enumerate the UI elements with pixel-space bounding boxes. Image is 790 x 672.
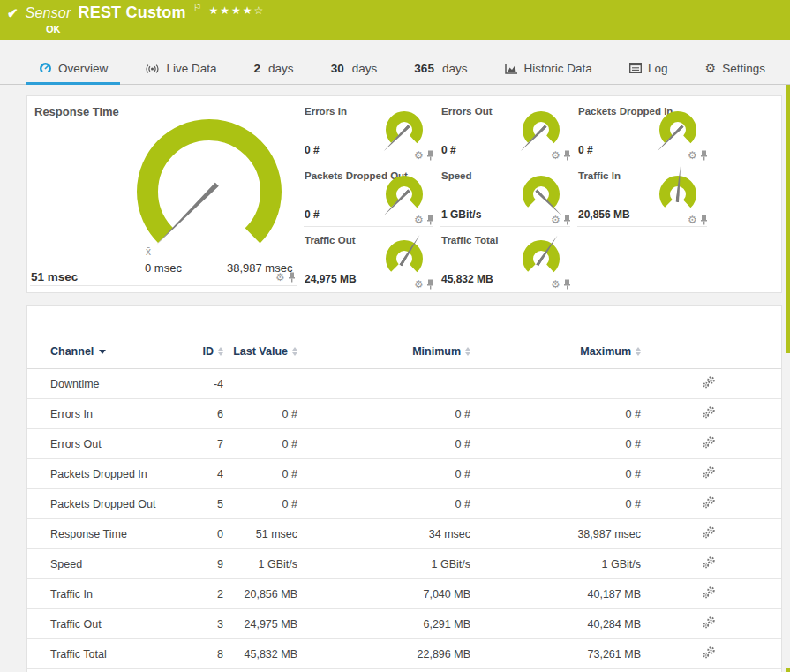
- gauge-value: 0 #: [305, 144, 320, 156]
- tab-historic-data[interactable]: Historic Data: [493, 40, 605, 84]
- cell-last-value: 20,856 MB: [232, 579, 306, 609]
- gauge-value: 20,856 MB: [578, 208, 630, 221]
- status-ok-check-icon: ✔: [7, 4, 19, 22]
- response-time-cell-controls: ⚙: [275, 272, 296, 283]
- priority-stars[interactable]: ★★★★☆: [209, 4, 266, 17]
- cell-last-value: 45,832 MB: [232, 639, 306, 669]
- pin-icon[interactable]: [426, 279, 434, 290]
- cell-last-value: 0 #: [232, 399, 306, 429]
- table-row[interactable]: Response Time 0 51 msec 34 msec 38,987 m…: [27, 519, 781, 549]
- gauge-cell-controls: ⚙: [551, 279, 571, 290]
- cell-id: 9: [195, 549, 232, 579]
- table-row[interactable]: Packets Dropped In 4 0 # 0 # 0 #: [27, 459, 781, 489]
- gauge-label: Traffic Total: [441, 235, 498, 245]
- channel-gear-icon[interactable]: ⚙: [414, 215, 424, 225]
- tab-30-days[interactable]: 30 days: [319, 40, 390, 84]
- pin-icon[interactable]: [288, 272, 296, 283]
- edit-channel-gears-icon[interactable]: [703, 466, 716, 481]
- tab-live-data-label: Live Data: [166, 62, 216, 75]
- column-header-maximum[interactable]: Maximum: [479, 306, 650, 369]
- tab-live-data[interactable]: Live Data: [132, 40, 229, 84]
- cell-id: 7: [195, 429, 232, 459]
- gauge-label: Traffic In: [578, 170, 621, 181]
- table-row[interactable]: Traffic Total 8 45,832 MB 22,896 MB 73,2…: [27, 639, 781, 669]
- pin-icon[interactable]: [700, 150, 708, 161]
- gauge-label: Errors In: [305, 106, 347, 117]
- edit-channel-gears-icon[interactable]: [703, 436, 716, 451]
- cell-maximum: 40,284 MB: [479, 609, 650, 639]
- edit-channel-gears-icon[interactable]: [703, 526, 716, 541]
- channel-gear-icon[interactable]: ⚙: [688, 215, 697, 225]
- tab-365-days[interactable]: 365 days: [402, 40, 479, 84]
- tab-overview[interactable]: Overview: [26, 40, 120, 84]
- tab-2-days-label: days: [268, 62, 294, 75]
- gauges-panel: Response Time x̄ 0 msec 38,987 msec 51 m…: [26, 95, 782, 293]
- cell-channel: Speed: [27, 549, 195, 579]
- table-row[interactable]: Errors Out 7 0 # 0 # 0 #: [27, 429, 781, 459]
- cell-channel: Traffic Out: [27, 609, 195, 639]
- table-row[interactable]: Traffic In 2 20,856 MB 7,040 MB 40,187 M…: [27, 579, 781, 609]
- divider: [30, 285, 297, 286]
- gauge-cell-controls: ⚙: [688, 150, 708, 161]
- cell-last-value: 1 GBit/s: [232, 549, 306, 579]
- tabs-container: Overview Live Data 2 days 30 days 365 da…: [0, 40, 790, 84]
- edit-channel-gears-icon[interactable]: [703, 376, 716, 391]
- tab-2-days[interactable]: 2 days: [242, 40, 306, 84]
- edit-channel-gears-icon[interactable]: [703, 616, 716, 631]
- flag-icon[interactable]: ⚐: [193, 2, 202, 13]
- cell-last-value: 51 msec: [232, 519, 306, 549]
- gauge-cell-controls: ⚙: [414, 150, 434, 161]
- edit-channel-gears-icon[interactable]: [703, 586, 716, 601]
- pin-icon[interactable]: [563, 215, 571, 225]
- channel-gear-icon[interactable]: ⚙: [551, 279, 561, 290]
- sensor-name: REST Custom: [78, 4, 185, 22]
- pin-icon[interactable]: [426, 215, 434, 225]
- tab-log[interactable]: Log: [617, 40, 681, 84]
- channel-gear-icon[interactable]: ⚙: [275, 272, 285, 283]
- cell-minimum: 0 #: [306, 399, 479, 429]
- cell-minimum: 0 #: [306, 429, 479, 459]
- tab-settings[interactable]: ⚙ Settings: [693, 40, 778, 84]
- cell-channel: Packets Dropped Out: [27, 489, 195, 519]
- channel-gear-icon[interactable]: ⚙: [551, 150, 561, 161]
- channel-gear-icon[interactable]: ⚙: [414, 150, 424, 161]
- page-edge-accent-corner: [786, 668, 790, 672]
- pin-icon[interactable]: [563, 150, 571, 161]
- sort-icon: [218, 347, 223, 356]
- gauge-value: 0 #: [441, 144, 456, 156]
- tab-log-label: Log: [648, 62, 668, 75]
- column-header-last-value[interactable]: Last Value: [232, 306, 306, 369]
- channel-gear-icon[interactable]: ⚙: [414, 279, 424, 290]
- cell-maximum: 0 #: [479, 489, 650, 519]
- edit-channel-gears-icon[interactable]: [703, 556, 716, 571]
- cell-last-value: 0 #: [232, 489, 306, 519]
- edit-channel-gears-icon[interactable]: [703, 406, 716, 421]
- column-header-id[interactable]: ID: [195, 306, 232, 369]
- channel-gear-icon[interactable]: ⚙: [688, 150, 697, 161]
- table-row[interactable]: Downtime -4: [27, 369, 781, 399]
- edit-channel-gears-icon[interactable]: [703, 496, 716, 511]
- pin-icon[interactable]: [700, 215, 708, 225]
- gauge-cell-traffic-total: Traffic Total 45,832 MB ⚙: [440, 231, 570, 291]
- gauge-mean-marker: x̄: [146, 245, 151, 258]
- gauge-value: 45,832 MB: [441, 273, 493, 285]
- cell-maximum: 0 #: [479, 459, 650, 489]
- table-row[interactable]: Packets Dropped Out 5 0 # 0 # 0 #: [27, 489, 781, 519]
- pin-icon[interactable]: [426, 150, 434, 161]
- column-header-minimum[interactable]: Minimum: [306, 306, 479, 369]
- settings-gear-icon: ⚙: [705, 62, 717, 74]
- edit-channel-gears-icon[interactable]: [703, 646, 716, 661]
- gauge-label: Traffic Out: [305, 235, 356, 245]
- table-row[interactable]: Errors In 6 0 # 0 # 0 #: [27, 399, 781, 429]
- cell-channel: Errors In: [27, 399, 195, 429]
- channel-gear-icon[interactable]: ⚙: [551, 215, 561, 225]
- pin-icon[interactable]: [563, 279, 571, 290]
- table-row[interactable]: Speed 9 1 GBit/s 1 GBit/s 1 GBit/s: [27, 549, 781, 579]
- sensor-tab-bar: Overview Live Data 2 days 30 days 365 da…: [0, 40, 790, 85]
- cell-maximum: 1 GBit/s: [479, 549, 650, 579]
- column-header-channel[interactable]: Channel: [27, 306, 195, 369]
- table-row[interactable]: Traffic Out 3 24,975 MB 6,291 MB 40,284 …: [27, 609, 781, 639]
- cell-id: 8: [195, 639, 232, 669]
- sensor-title-row: ✔ Sensor REST Custom ⚐ ★★★★☆: [7, 4, 265, 22]
- tab-settings-label: Settings: [722, 62, 765, 75]
